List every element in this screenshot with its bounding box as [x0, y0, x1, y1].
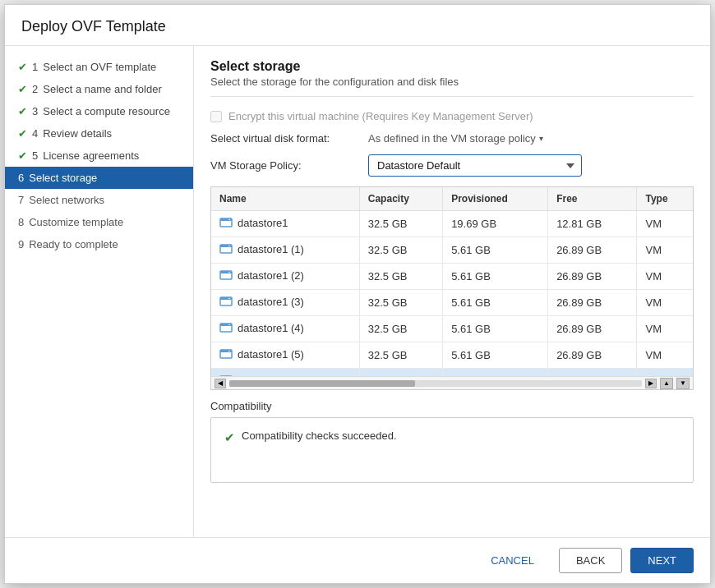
cell-name: vsanDatastore [211, 369, 359, 377]
sidebar-step7-text: Select networks [29, 194, 104, 206]
svg-point-8 [228, 272, 230, 273]
scroll-down-btn[interactable]: ▼ [676, 378, 690, 389]
table-header-row: Name Capacity Provisioned Free Type [211, 187, 693, 211]
cell-capacity: 32.5 GB [359, 264, 442, 290]
svg-rect-4 [220, 245, 232, 247]
cell-free: 4.8 TB [548, 369, 637, 377]
sidebar-step8-num: 8 [18, 216, 24, 228]
svg-point-11 [228, 298, 230, 300]
sidebar-item-step2: ✔ 2 Select a name and folder [5, 78, 193, 100]
check-icon-step1: ✔ [18, 61, 27, 73]
sidebar-step6-num: 6 [18, 172, 24, 184]
check-icon-step3: ✔ [18, 105, 27, 117]
sidebar-item-step6[interactable]: 6 Select storage [5, 167, 193, 189]
cell-type: VM [637, 211, 693, 237]
table-row[interactable]: datastore1 (2)32.5 GB5.61 GB26.89 GBVM [211, 264, 693, 290]
check-icon-step5: ✔ [18, 149, 27, 162]
sidebar: ✔ 1 Select an OVF template ✔ 2 Select a … [5, 46, 194, 537]
col-header-provisioned: Provisioned [443, 187, 548, 211]
next-button[interactable]: NEXT [630, 548, 694, 573]
cell-capacity: 32.5 GB [359, 342, 442, 369]
svg-rect-16 [220, 350, 232, 352]
sidebar-step2-num: 2 [32, 83, 38, 95]
svg-point-2 [228, 219, 230, 221]
compatibility-box: ✔ Compatibility checks succeeded. [210, 417, 694, 483]
svg-rect-13 [220, 324, 232, 326]
section-subtitle: Select the storage for the configuration… [210, 76, 694, 97]
cell-provisioned: 5.61 GB [443, 290, 548, 316]
compat-check-icon: ✔ [224, 430, 235, 445]
dialog-body: ✔ 1 Select an OVF template ✔ 2 Select a … [5, 46, 710, 537]
check-icon-step2: ✔ [18, 83, 27, 95]
cell-capacity: 32.5 GB [359, 211, 442, 237]
sidebar-item-step3: ✔ 3 Select a compute resource [5, 100, 193, 122]
col-header-name: Name [211, 187, 359, 211]
svg-point-5 [228, 246, 230, 247]
compatibility-section: Compatibility ✔ Compatibility checks suc… [210, 400, 694, 483]
table-scroll-wrapper[interactable]: Name Capacity Provisioned Free Type data… [211, 187, 693, 376]
sidebar-step3-text: Select a compute resource [43, 105, 170, 117]
encrypt-checkbox[interactable] [210, 111, 222, 122]
sidebar-item-step9[interactable]: 9 Ready to complete [5, 233, 193, 255]
scroll-left-btn[interactable]: ◀ [214, 379, 226, 388]
disk-format-text: As defined in the VM storage policy [368, 132, 536, 145]
cell-type: VM [637, 342, 693, 369]
cell-provisioned: 5.61 GB [443, 237, 548, 264]
cell-name: datastore1 (1) [211, 237, 359, 264]
back-button[interactable]: BACK [559, 548, 622, 573]
disk-format-row: Select virtual disk format: As defined i… [210, 132, 694, 145]
main-content: Select storage Select the storage for th… [194, 46, 710, 537]
cell-name: datastore1 (3) [211, 290, 359, 316]
scroll-track [229, 380, 642, 387]
dialog-title: Deploy OVF Template [5, 5, 710, 46]
scroll-thumb [229, 380, 415, 387]
sidebar-step3-num: 3 [32, 105, 38, 117]
sidebar-item-step7[interactable]: 7 Select networks [5, 189, 193, 211]
svg-point-14 [228, 324, 230, 326]
scroll-right-btn[interactable]: ▶ [645, 379, 657, 388]
table-row[interactable]: datastore1 (3)32.5 GB5.61 GB26.89 GBVM [211, 290, 693, 316]
section-header: Select storage Select the storage for th… [210, 59, 694, 97]
svg-rect-7 [220, 271, 232, 273]
sidebar-item-step5: ✔ 5 License agreements [5, 145, 193, 167]
encrypt-label: Encrypt this virtual machine (Requires K… [228, 110, 533, 122]
disk-format-label: Select virtual disk format: [210, 132, 358, 145]
sidebar-item-step1: ✔ 1 Select an OVF template [5, 56, 193, 78]
cell-type: VM [637, 264, 693, 290]
table-row[interactable]: datastore132.5 GB19.69 GB12.81 GBVM [211, 211, 693, 237]
table-row[interactable]: datastore1 (4)32.5 GB5.61 GB26.89 GBVM [211, 316, 693, 342]
cell-provisioned: 5.61 GB [443, 316, 548, 342]
cell-free: 12.81 GB [548, 211, 637, 237]
svg-point-17 [228, 351, 230, 352]
cell-capacity: 32.5 GB [359, 237, 442, 264]
cell-type: VM [637, 316, 693, 342]
table-row[interactable]: datastore1 (1)32.5 GB5.61 GB26.89 GBVM [211, 237, 693, 264]
deploy-ovf-dialog: Deploy OVF Template ✔ 1 Select an OVF te… [4, 4, 711, 584]
sidebar-item-step8[interactable]: 8 Customize template [5, 211, 193, 233]
cell-type: Vir [637, 369, 693, 377]
sidebar-item-step4: ✔ 4 Review details [5, 122, 193, 145]
cell-type: VM [637, 290, 693, 316]
sidebar-step4-text: Review details [43, 127, 112, 140]
dialog-footer: CANCEL BACK NEXT [5, 537, 710, 583]
compat-text: Compatibility checks succeeded. [242, 430, 397, 442]
col-header-free: Free [548, 187, 637, 211]
sidebar-step6-text: Select storage [29, 172, 97, 184]
cell-name: datastore1 (5) [211, 342, 359, 369]
storage-policy-dropdown[interactable]: Datastore Default [368, 154, 582, 177]
scroll-up-btn[interactable]: ▲ [660, 378, 673, 389]
horizontal-scrollbar[interactable]: ◀ ▶ ▲ ▼ [211, 376, 693, 389]
table-row[interactable]: vsanDatastore5.37 TB3.03 TB4.8 TBVir [211, 369, 693, 377]
table-row[interactable]: datastore1 (5)32.5 GB5.61 GB26.89 GBVM [211, 342, 693, 369]
svg-rect-1 [220, 218, 232, 221]
cell-free: 26.89 GB [548, 264, 637, 290]
cell-name: datastore1 [211, 211, 359, 237]
sidebar-step5-num: 5 [32, 149, 38, 162]
sidebar-step4-num: 4 [32, 127, 38, 140]
sidebar-step7-num: 7 [18, 194, 24, 206]
cell-provisioned: 3.03 TB [443, 369, 548, 377]
sidebar-step8-text: Customize template [29, 216, 123, 228]
svg-rect-10 [220, 297, 232, 300]
sidebar-step5-text: License agreements [43, 149, 139, 162]
cancel-button[interactable]: CANCEL [474, 548, 551, 573]
